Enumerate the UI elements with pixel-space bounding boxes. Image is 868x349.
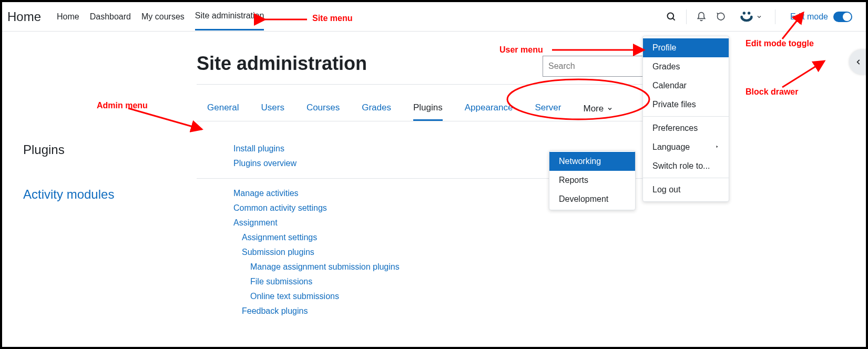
page-title: Site administration bbox=[197, 53, 367, 75]
chevron-down-icon bbox=[607, 106, 613, 112]
user-avatar-icon bbox=[739, 9, 754, 24]
user-menu-language[interactable]: Language bbox=[643, 138, 729, 157]
more-menu-development[interactable]: Development bbox=[549, 190, 635, 209]
edit-mode-toggle[interactable] bbox=[833, 12, 852, 22]
user-menu-trigger[interactable] bbox=[736, 9, 765, 24]
setting-link[interactable]: Manage assignment submission plugins bbox=[233, 261, 400, 273]
user-menu-calendar[interactable]: Calendar bbox=[643, 76, 729, 95]
svg-point-3 bbox=[748, 12, 750, 14]
setting-link[interactable]: Assignment bbox=[233, 217, 400, 229]
divider bbox=[686, 9, 687, 24]
admin-tabs: GeneralUsersCoursesGradesPluginsAppearan… bbox=[197, 93, 671, 121]
setting-link[interactable]: Assignment settings bbox=[233, 231, 400, 244]
more-menu-networking[interactable]: Networking bbox=[549, 152, 635, 171]
divider bbox=[775, 9, 775, 24]
top-nav: Home HomeDashboardMy coursesSite adminis… bbox=[2, 2, 866, 32]
setting-link[interactable]: Install plugins bbox=[233, 142, 297, 155]
edit-mode-control: Edit mode bbox=[785, 12, 857, 22]
chevron-right-icon bbox=[715, 143, 719, 150]
setting-link[interactable]: Online text submissions bbox=[233, 290, 400, 303]
svg-point-0 bbox=[667, 13, 673, 19]
tab-plugins[interactable]: Plugins bbox=[413, 98, 443, 121]
primary-nav: HomeDashboardMy coursesSite administrati… bbox=[57, 3, 264, 30]
setting-link[interactable]: Plugins overview bbox=[233, 157, 297, 170]
tab-courses[interactable]: Courses bbox=[307, 98, 340, 121]
svg-point-2 bbox=[743, 12, 746, 14]
setting-link[interactable]: Common activity settings bbox=[233, 202, 400, 214]
user-menu-profile[interactable]: Profile bbox=[643, 38, 729, 57]
section-heading[interactable]: Activity modules bbox=[23, 187, 212, 202]
tab-server[interactable]: Server bbox=[535, 98, 561, 121]
section-heading: Plugins bbox=[23, 142, 212, 157]
tab-grades[interactable]: Grades bbox=[362, 98, 391, 121]
tab-general[interactable]: General bbox=[207, 98, 239, 121]
nav-item-dashboard[interactable]: Dashboard bbox=[90, 4, 131, 30]
user-menu-log-out[interactable]: Log out bbox=[643, 180, 729, 199]
user-menu-grades[interactable]: Grades bbox=[643, 57, 729, 76]
brand-title: Home bbox=[7, 9, 41, 24]
search-icon[interactable] bbox=[666, 12, 677, 22]
setting-link[interactable]: File submissions bbox=[233, 275, 400, 288]
tab-more[interactable]: More bbox=[583, 98, 613, 121]
more-menu-reports[interactable]: Reports bbox=[549, 171, 635, 190]
menu-divider bbox=[643, 178, 729, 178]
search-input[interactable] bbox=[543, 56, 659, 76]
more-menu-dropdown: NetworkingReportsDevelopment bbox=[549, 150, 636, 210]
edit-mode-label: Edit mode bbox=[790, 12, 828, 22]
top-icons: Edit mode bbox=[666, 9, 861, 24]
tab-appearance[interactable]: Appearance bbox=[465, 98, 513, 121]
messages-icon[interactable] bbox=[716, 12, 727, 22]
nav-item-home[interactable]: Home bbox=[57, 4, 79, 30]
title-row: Site administration bbox=[197, 53, 671, 85]
user-menu-switch-role-to-[interactable]: Switch role to... bbox=[643, 157, 729, 176]
user-menu-private-files[interactable]: Private files bbox=[643, 95, 729, 114]
chevron-left-icon bbox=[855, 58, 862, 66]
setting-link[interactable]: Feedback plugins bbox=[233, 305, 400, 317]
chevron-down-icon bbox=[756, 14, 762, 20]
section-links: Install pluginsPlugins overview bbox=[233, 142, 297, 170]
setting-link[interactable]: Manage activities bbox=[233, 187, 400, 200]
nav-item-my-courses[interactable]: My courses bbox=[141, 4, 185, 30]
nav-item-site-administration[interactable]: Site administration bbox=[195, 3, 264, 30]
page-content: Site administration GeneralUsersCoursesG… bbox=[2, 32, 866, 347]
user-menu-preferences[interactable]: Preferences bbox=[643, 119, 729, 138]
tab-users[interactable]: Users bbox=[261, 98, 284, 121]
setting-link[interactable]: Submission plugins bbox=[233, 246, 400, 259]
user-menu-dropdown: ProfileGradesCalendarPrivate filesPrefer… bbox=[642, 36, 729, 202]
svg-line-1 bbox=[672, 18, 675, 20]
menu-divider bbox=[643, 116, 729, 117]
section-links: Manage activitiesCommon activity setting… bbox=[233, 187, 400, 317]
notifications-icon[interactable] bbox=[696, 12, 707, 22]
